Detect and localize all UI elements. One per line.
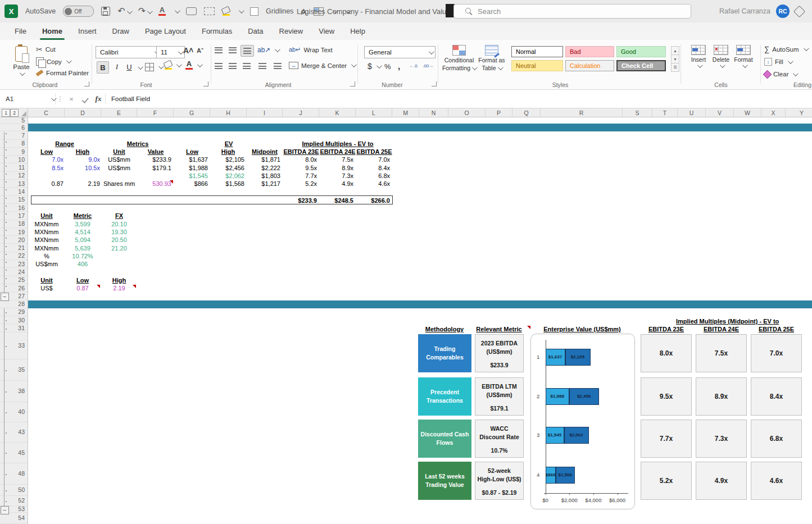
fx-header-metric[interactable]: Metric [38,212,128,220]
style-check-cell[interactable]: Check Cell [616,60,666,71]
cell-E11[interactable]: US$mm [74,164,164,172]
cell-C10[interactable]: 7.0x [52,156,63,163]
range-cell-high[interactable]: 2.19 [74,284,164,292]
fx-cell-2-2[interactable]: 20.50 [74,236,164,244]
multiple-box-1-1[interactable]: 8.9x [696,377,747,416]
column-header-C[interactable]: C [28,108,65,117]
cut-button[interactable]: ✂Cut [36,45,56,54]
cell-L10[interactable]: 7.0x [378,156,390,163]
save-icon[interactable] [101,7,110,16]
fx-cell-3-2[interactable]: 21.20 [74,244,164,252]
format-painter-button[interactable]: Format Painter [36,70,89,76]
ff-methodology-header[interactable]: Methodology [400,325,489,333]
ff-multiple-header-1[interactable]: EBITDA 24E [677,325,766,333]
comma-style-button[interactable]: , [398,61,400,71]
confirm-entry-button[interactable] [78,95,92,103]
increase-indent-button[interactable] [274,63,282,69]
fx-cell-2-1[interactable]: 5,094 [38,236,128,244]
cell-I10[interactable]: $1,871 [261,156,280,163]
font-dialog-launcher[interactable] [203,81,208,86]
column-header-O[interactable]: O [448,108,486,117]
accounting-format-button[interactable]: $ [368,62,380,71]
ff-multiple-header-0[interactable]: EBITDA 23E [622,325,711,333]
select-all-corner[interactable] [21,111,26,116]
tab-draw[interactable]: Draw [105,22,137,40]
cell-F10[interactable]: $233.9 [152,156,171,163]
total-1[interactable]: $248.5 [334,197,353,204]
fill-button[interactable]: ↓ Fill [764,58,792,66]
cell-J12[interactable]: 7.7x [305,172,317,180]
group-header-implied-multiples-ev-to[interactable]: Implied Multiples - EV to [293,140,383,148]
tab-insert[interactable]: Insert [70,22,105,40]
outline-level-2-button[interactable]: 2 [10,109,19,117]
name-box[interactable]: A1 [0,95,55,102]
col-header-ebitda-23e-7[interactable]: EBITDA 23E [256,148,346,156]
underline-button[interactable]: U [124,61,135,72]
gallery-more[interactable]: ☰ [671,63,679,72]
cell-K13[interactable]: 4.9x [342,180,353,188]
cell-I12[interactable]: $1,803 [261,172,280,180]
column-header-Q[interactable]: Q [512,108,541,117]
cell-I13[interactable]: $1,217 [261,180,280,188]
namebox-drag-handle[interactable]: ⋮ [56,95,65,103]
column-header-F[interactable]: F [137,108,174,117]
fx-cell-0-1[interactable]: 3,599 [38,220,128,228]
methodology-box-precedent-transactions[interactable]: PrecedentTransactions [418,377,471,416]
cell-H13[interactable]: $1,568 [225,180,244,188]
range-cell-low[interactable]: 0.87 [38,284,128,292]
delete-cells-button[interactable]: ×Delete [710,45,732,68]
cell-L11[interactable]: 8.4x [378,164,390,172]
cell-D11[interactable]: 10.5x [85,164,100,172]
group-header-range[interactable]: Range [20,140,110,148]
tab-formulas[interactable]: Formulas [194,22,240,40]
bottom-align-button[interactable] [241,45,254,57]
cell-I11[interactable]: $2,222 [261,164,280,172]
clear-button[interactable]: Clear [764,71,797,78]
column-headers[interactable]: CDEFGHIJKLMNOPQRSTUVWXY [28,108,812,117]
tab-home[interactable]: Home [34,22,70,40]
fx-cell-4-1[interactable]: 10.72% [38,252,128,260]
bold-button[interactable]: B [97,61,109,74]
cell-D10[interactable]: 9.0x [88,156,100,163]
account-area[interactable]: Rafael Carranza RC [719,0,804,22]
alignment-dialog-launcher[interactable] [350,81,355,86]
ev-chart[interactable]: 1$1,637$2,1052$1,988$2,4563$1,545$2,0624… [530,334,635,509]
methodology-box-discounted-cash-flows[interactable]: Discounted CashFlows [418,420,471,458]
multiple-box-2-0[interactable]: 7.7x [641,420,692,458]
style-calculation[interactable]: Calculation [565,60,614,71]
multiple-box-3-1[interactable]: 4.9x [696,462,747,500]
conditional-formatting-button[interactable]: Conditional Formatting [445,45,473,71]
autosum-button[interactable]: ∑ AutoSum [764,45,808,53]
cell-G13[interactable]: $866 [194,180,208,188]
style-normal[interactable]: Normal [511,46,563,57]
multiple-box-1-2[interactable]: 8.4x [751,377,802,416]
percent-style-button[interactable]: % [384,62,391,71]
metric-box-2[interactable]: WACCDiscount Rate10.7% [475,420,524,458]
column-header-X[interactable]: X [761,108,786,117]
tab-review[interactable]: Review [271,22,311,40]
dashed-selection-icon[interactable] [204,7,215,15]
undo-button[interactable]: ↶ [117,7,130,16]
cell-E13[interactable]: Shares mm [74,180,164,188]
column-header-V[interactable]: V [706,108,734,117]
multiple-box-3-2[interactable]: 4.6x [751,462,802,500]
insert-function-button[interactable]: fx [92,94,105,103]
multiple-box-2-1[interactable]: 7.3x [696,420,747,458]
column-header-T[interactable]: T [652,108,678,117]
cell-D13[interactable]: 2.19 [88,180,100,188]
ff-metric-header[interactable]: Relevant Metric [454,325,544,333]
underline-dropdown[interactable] [138,64,143,70]
wrap-text-button[interactable]: ab↵ Wrap Text [289,46,333,53]
search-box[interactable]: Search [453,4,691,19]
column-header-L[interactable]: L [356,108,392,117]
ff-multiple-header-2[interactable]: EBITDA 25E [732,325,812,333]
fx-cell-3-1[interactable]: 5,639 [38,244,128,252]
column-header-P[interactable]: P [486,108,512,117]
fx-cell-1-1[interactable]: 4,514 [38,228,128,236]
multiple-box-0-0[interactable]: 8.0x [641,334,692,372]
range-header-high-2[interactable]: High [74,276,164,284]
font-size-select[interactable]: 11 [156,46,185,58]
column-header-K[interactable]: K [319,108,356,117]
middle-align-button[interactable] [229,47,237,53]
metric-box-1[interactable]: EBITDA LTM(US$mm)$179.1 [475,377,524,416]
